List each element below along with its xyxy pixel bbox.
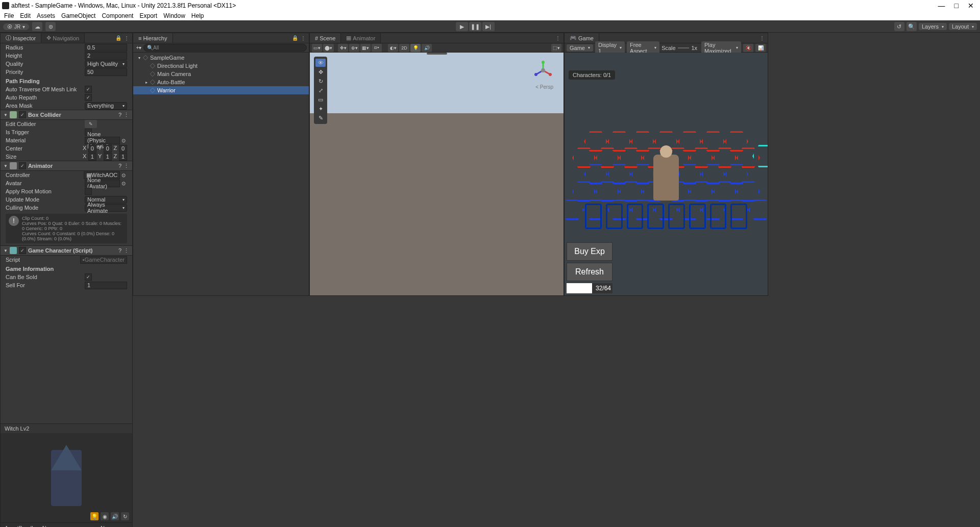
tab-animator[interactable]: ▦ Animator: [341, 33, 381, 43]
transform-tool-icon[interactable]: ✦: [315, 105, 326, 113]
picker-icon[interactable]: ⊙: [120, 180, 127, 187]
search-icon[interactable]: 🔍: [906, 22, 917, 31]
assetbundle-dropdown[interactable]: None: [39, 524, 94, 528]
avatar-field[interactable]: None (Avatar): [85, 180, 120, 187]
center-y[interactable]: 0: [104, 145, 112, 153]
quality-dropdown[interactable]: High Quality: [85, 60, 127, 68]
preview-sound-icon[interactable]: 🔊: [111, 512, 119, 520]
animator-enable[interactable]: [19, 162, 26, 169]
cloud-icon[interactable]: ☁: [32, 22, 42, 31]
light-toggle[interactable]: 💡: [410, 44, 421, 52]
gamecharacter-header[interactable]: ▼Game Character (Script)?⋮: [1, 245, 132, 256]
move-tool-icon[interactable]: ✥: [315, 68, 326, 76]
snap-button[interactable]: ⧈▾: [372, 44, 382, 52]
size-z[interactable]: 1: [119, 153, 127, 161]
undo-history-icon[interactable]: ↺: [894, 22, 904, 31]
boxcollider-enable[interactable]: [19, 111, 26, 118]
audio-toggle[interactable]: 🔊: [422, 44, 432, 52]
tab-hierarchy[interactable]: ≡ Hierarchy: [133, 33, 173, 43]
close-button[interactable]: ✕: [968, 2, 974, 10]
picker-icon[interactable]: ⊙: [120, 137, 127, 144]
2d-toggle[interactable]: 2D: [399, 44, 409, 52]
menu-assets[interactable]: Assets: [37, 12, 55, 19]
tab-inspector[interactable]: ⓘ Inspector: [1, 33, 41, 43]
create-dropdown[interactable]: +▾: [135, 44, 142, 52]
panel-menu-icon[interactable]: ⋮: [554, 35, 561, 42]
settings-icon[interactable]: ⊚: [45, 22, 56, 31]
center-x[interactable]: 0: [88, 145, 96, 153]
hierarchy-item[interactable]: Main Camera: [133, 70, 309, 78]
sell-for-field[interactable]: 1: [85, 282, 127, 289]
hierarchy-item[interactable]: Warrior: [133, 86, 309, 94]
local-button[interactable]: ⊕▾: [349, 44, 359, 52]
picker-icon[interactable]: ⊙: [120, 171, 127, 179]
edit-collider-button[interactable]: ✎: [85, 120, 97, 128]
grid-button[interactable]: ▦▾: [360, 44, 371, 52]
account-button[interactable]: ⦿ JR ▾: [3, 23, 29, 30]
scale-slider[interactable]: [678, 47, 690, 48]
menu-component[interactable]: Component: [102, 12, 133, 19]
preview-reset-icon[interactable]: ◉: [101, 512, 109, 520]
box-collider-header[interactable]: ▼Box Collider?⋮: [1, 110, 132, 120]
menu-window[interactable]: Window: [163, 12, 185, 19]
hierarchy-search[interactable]: 🔍 All: [143, 44, 307, 52]
gamechar-enable[interactable]: [19, 247, 26, 254]
layout-dropdown[interactable]: Layout: [949, 23, 977, 30]
center-z[interactable]: 0: [119, 145, 127, 153]
panel-lock-icon[interactable]: 🔒: [291, 35, 299, 42]
tab-navigation[interactable]: ✥ Navigation: [41, 33, 85, 43]
height-field[interactable]: 2: [85, 52, 127, 60]
stats-icon[interactable]: 📊: [755, 44, 766, 52]
orientation-gizmo[interactable]: [533, 60, 553, 81]
hierarchy-item[interactable]: Directional Light: [133, 62, 309, 70]
tab-game[interactable]: 🎮 Game: [565, 33, 599, 43]
can-be-sold-checkbox[interactable]: [85, 273, 92, 281]
root-motion-checkbox[interactable]: [85, 188, 92, 195]
repath-checkbox[interactable]: [85, 94, 92, 101]
radius-field[interactable]: 0.5: [85, 44, 127, 52]
play-button[interactable]: ▶: [456, 22, 468, 31]
refresh-button[interactable]: Refresh: [567, 263, 612, 281]
game-viewport[interactable]: Characters: 0/1 Buy Exp Refresh 32/64 00…: [565, 53, 768, 295]
step-button[interactable]: ▶|: [482, 22, 495, 31]
priority-field[interactable]: 50: [85, 68, 127, 76]
phys-material-field[interactable]: None (Physic Material): [85, 137, 120, 144]
panel-grab[interactable]: [427, 53, 447, 55]
menu-help[interactable]: Help: [191, 12, 204, 19]
rotate-tool-icon[interactable]: ↻: [315, 77, 326, 85]
culling-mode-dropdown[interactable]: Always Animate: [85, 204, 127, 212]
pivot-button[interactable]: ✥▾: [338, 44, 348, 52]
game-mode-dropdown[interactable]: Game: [567, 44, 593, 52]
preview-viewport[interactable]: 💡 ◉ 🔊 ↻: [1, 433, 132, 522]
maximize-button[interactable]: □: [954, 2, 959, 10]
tab-scene[interactable]: # Scene: [310, 33, 341, 43]
menu-gameobject[interactable]: GameObject: [61, 12, 95, 19]
size-y[interactable]: 1: [104, 153, 112, 161]
scale-tool-icon[interactable]: ⤢: [315, 86, 326, 94]
lock-icon[interactable]: 🔒: [115, 35, 122, 42]
tool-shaded[interactable]: ⬤▾: [323, 44, 334, 52]
mute-icon[interactable]: 🔇: [743, 44, 753, 52]
assetbundle-variant[interactable]: None: [97, 524, 128, 528]
animator-header[interactable]: ▼Animator?⋮: [1, 161, 132, 171]
gizmos-dropdown[interactable]: ⬚▾: [551, 44, 561, 52]
panel-menu-icon[interactable]: ⋮: [758, 35, 766, 42]
menu-file[interactable]: File: [4, 12, 14, 19]
layers-dropdown[interactable]: Layers: [919, 23, 947, 30]
preview-light-icon[interactable]: 💡: [90, 512, 99, 520]
menu-edit[interactable]: Edit: [20, 12, 31, 19]
area-mask-dropdown[interactable]: Everything: [85, 102, 127, 110]
panel-menu-icon[interactable]: ⋮: [123, 35, 130, 42]
minimize-button[interactable]: —: [938, 2, 945, 10]
hierarchy-tree[interactable]: ▾SampleGameDirectional LightMain Camera▸…: [133, 53, 309, 295]
tool-view[interactable]: ▭▾: [312, 44, 322, 52]
rect-tool-icon[interactable]: ▭: [315, 95, 326, 104]
preview-loop-icon[interactable]: ↻: [121, 512, 129, 520]
size-x[interactable]: 1: [88, 153, 96, 161]
custom-tool-icon[interactable]: ✎: [315, 114, 326, 122]
draw-mode[interactable]: ◐▾: [388, 44, 398, 52]
hierarchy-item[interactable]: ▸Auto-Battle: [133, 78, 309, 86]
view-tool-icon[interactable]: 👁: [315, 59, 326, 67]
scene-viewport[interactable]: 👁 ✥ ↻ ⤢ ▭ ✦ ✎ < Persp: [310, 53, 564, 295]
pause-button[interactable]: ❚❚: [469, 22, 481, 31]
